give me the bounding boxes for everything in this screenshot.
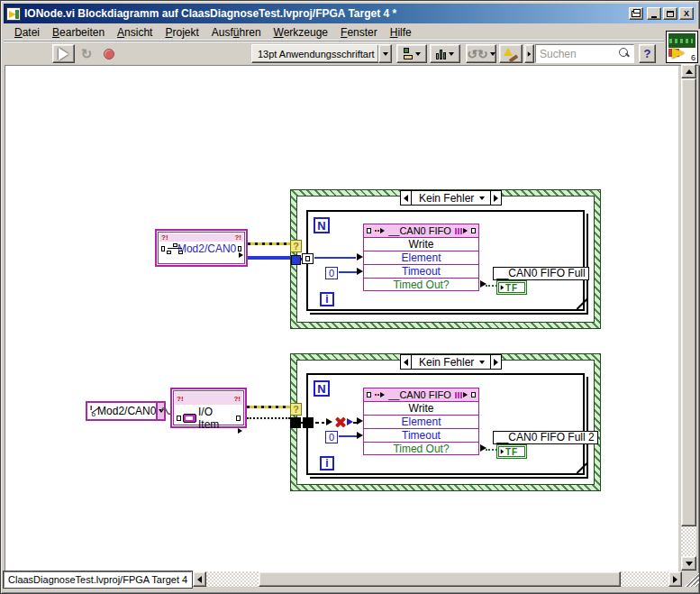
timeout-constant[interactable]: 0: [325, 431, 338, 443]
io-name-constant[interactable]: Io Mod2/CAN0: [86, 401, 166, 421]
scroll-left-button[interactable]: [193, 571, 206, 587]
menu-bearbeiten[interactable]: Bearbeiten: [46, 25, 111, 40]
fifo-row-write[interactable]: Write: [364, 238, 478, 251]
block-diagram[interactable]: ?!?! Mod2/CAN0 Kein Fehler ?: [5, 65, 678, 571]
fifo-row-timeout[interactable]: Timeout: [364, 429, 478, 443]
fifo-row-timeout[interactable]: Timeout: [364, 265, 478, 279]
horizontal-scrollbar[interactable]: [206, 571, 668, 587]
fpga-io-node[interactable]: ?!?! Mod2/CAN0: [155, 229, 248, 267]
scroll-up-button[interactable]: [681, 64, 696, 78]
loop-iteration-terminal[interactable]: i: [320, 292, 334, 306]
fifo-row-timed-out[interactable]: Timed Out?: [364, 443, 478, 456]
tunnel[interactable]: [290, 417, 301, 428]
case-next-button[interactable]: [490, 355, 501, 369]
fifo-node-header: __CAN0 FIFO: [364, 224, 478, 238]
status-bar: ClaasDiagnoseTest.lvproj/FPGA Target 4: [4, 571, 698, 589]
page-icon: [238, 246, 241, 251]
cleanup-diagram-button[interactable]: [499, 44, 523, 63]
broken-wire-x-icon[interactable]: [334, 416, 346, 428]
fifo-write-node[interactable]: __CAN0 FIFO Write Element Timeout Timed …: [363, 388, 479, 455]
vi-icon-button[interactable]: 6: [666, 31, 698, 63]
output-arrow-icon: [239, 252, 243, 258]
arrow-right-icon: [673, 576, 677, 583]
scroll-down-button[interactable]: [681, 556, 696, 571]
font-selector[interactable]: 13pt Anwendungsschriftart: [251, 44, 379, 63]
search-collapse-button[interactable]: [524, 44, 534, 63]
timeout-constant[interactable]: 0: [325, 267, 338, 279]
case-selector-terminal[interactable]: ?: [290, 240, 302, 252]
fifo-name: __CAN0 FIFO: [388, 225, 451, 236]
tunnel[interactable]: [303, 417, 314, 428]
window-title: IONode.vi Blockdiagramm auf ClaasDiagnos…: [24, 7, 625, 20]
menu-werkzeuge[interactable]: Werkzeuge: [268, 25, 334, 40]
fifo-row-element[interactable]: Element: [364, 416, 478, 429]
error-wire[interactable]: [248, 242, 291, 245]
reorder-button[interactable]: ↺↻: [466, 44, 496, 63]
print-button[interactable]: [629, 7, 643, 20]
io-item-node[interactable]: ?!?! I/O Item: [170, 388, 247, 428]
search-input[interactable]: Suchen: [535, 44, 634, 63]
menu-ausfuehren[interactable]: Ausführen: [205, 25, 268, 40]
data-wire[interactable]: [248, 256, 292, 260]
case-prev-button[interactable]: [401, 355, 412, 369]
distribute-objects-button[interactable]: [430, 44, 460, 63]
arrow-left-icon: [197, 576, 202, 583]
horizontal-scroll-thumb[interactable]: [259, 571, 621, 587]
menu-ansicht[interactable]: Ansicht: [111, 25, 159, 40]
case-next-button[interactable]: [490, 191, 501, 205]
execution-target-label[interactable]: ClaasDiagnoseTest.lvproj/FPGA Target 4: [4, 571, 192, 588]
case-selector-label[interactable]: Kein Fehler: [400, 354, 502, 370]
loop-resize-corner[interactable]: [573, 463, 583, 473]
fifo-row-write[interactable]: Write: [364, 402, 478, 416]
for-loop-1[interactable]: N i 0 __CAN0 FIFO Write: [306, 210, 585, 311]
broken-data-wire[interactable]: [247, 417, 290, 419]
scroll-right-button[interactable]: [668, 571, 682, 587]
for-loop-2[interactable]: N i 0 __CAN0 FIFO: [306, 373, 585, 475]
input-arrow-icon: [501, 449, 505, 454]
indexing-tunnel[interactable]: [302, 253, 314, 264]
menu-datei[interactable]: Datei: [8, 25, 46, 40]
maximize-button[interactable]: [663, 7, 677, 20]
boolean-indicator[interactable]: TF: [496, 444, 527, 459]
case-selector-terminal[interactable]: ?: [290, 403, 302, 416]
abort-button[interactable]: [98, 44, 120, 63]
case-selector-label[interactable]: Kein Fehler: [400, 190, 502, 206]
indicator-label[interactable]: __CAN0 FIFO Full 2: [493, 431, 598, 444]
fifo-input-icon: [375, 392, 385, 398]
case-prev-button[interactable]: [401, 191, 412, 205]
broken-wire-arrow-icon: [347, 418, 353, 425]
menu-projekt[interactable]: Projekt: [159, 25, 205, 40]
menu-hilfe[interactable]: Hilfe: [384, 25, 418, 40]
minimize-button[interactable]: [647, 7, 661, 20]
align-objects-button[interactable]: [396, 44, 427, 63]
loop-count-terminal[interactable]: N: [314, 380, 330, 397]
page-icon: [367, 228, 371, 233]
fifo-write-node[interactable]: __CAN0 FIFO Write Element Timeout Timed …: [363, 224, 479, 291]
vertical-scrollbar[interactable]: [681, 64, 696, 571]
minimize-icon: [651, 16, 657, 18]
close-button[interactable]: X: [679, 7, 694, 20]
loop-resize-corner[interactable]: [573, 299, 583, 309]
help-button[interactable]: ?: [639, 44, 656, 63]
tunnel[interactable]: [291, 255, 301, 265]
case-structure-1[interactable]: Kein Fehler ? N i 0 __CAN0: [290, 189, 601, 329]
menu-fenster[interactable]: Fenster: [334, 25, 384, 40]
network-icon: [167, 243, 176, 254]
run-continuous-button[interactable]: ↻: [76, 44, 97, 63]
boolean-indicator[interactable]: TF: [496, 280, 527, 295]
indicator-label[interactable]: __CAN0 FIFO Full: [493, 267, 589, 280]
case-structure-2[interactable]: Kein Fehler ? N i 0: [290, 353, 601, 491]
titlebar[interactable]: IONode.vi Blockdiagramm auf ClaasDiagnos…: [4, 4, 696, 23]
loop-count-terminal[interactable]: N: [314, 217, 330, 233]
search-icon[interactable]: [619, 48, 630, 59]
run-button[interactable]: [52, 44, 75, 63]
window-resize-grip[interactable]: [685, 572, 699, 587]
arrow-down-icon: [686, 562, 693, 566]
fifo-row-timed-out[interactable]: Timed Out?: [364, 279, 478, 292]
font-selector-dropdown[interactable]: [378, 44, 392, 63]
loop-iteration-terminal[interactable]: i: [320, 456, 334, 471]
search-placeholder: Suchen: [540, 48, 577, 60]
error-wire[interactable]: [247, 406, 291, 408]
fifo-row-element[interactable]: Element: [364, 251, 478, 265]
vertical-scroll-thumb[interactable]: [681, 78, 696, 526]
